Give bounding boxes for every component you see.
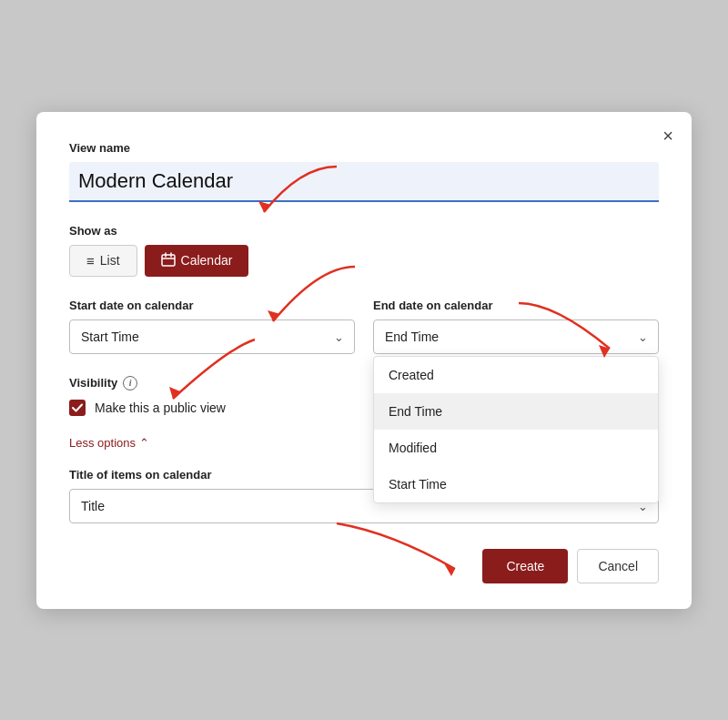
- calendar-button[interactable]: Calendar: [145, 245, 249, 277]
- view-name-input[interactable]: [69, 162, 659, 202]
- show-as-section: Show as ≡ List Calendar: [69, 224, 659, 277]
- show-as-buttons: ≡ List Calendar: [69, 245, 659, 277]
- end-date-wrapper: End Time ⌄: [373, 319, 659, 354]
- end-date-label: End date on calendar: [373, 299, 659, 312]
- start-date-col: Start date on calendar Start Time ⌄: [69, 299, 355, 354]
- dropdown-item-endtime[interactable]: End Time: [374, 393, 658, 430]
- show-as-label: Show as: [69, 224, 659, 238]
- svg-rect-0: [162, 255, 175, 266]
- less-options-label: Less options: [69, 436, 136, 450]
- list-icon: ≡: [86, 253, 95, 269]
- calendar-icon: [161, 252, 176, 269]
- end-date-dropdown: Created End Time Modified Start Time: [373, 356, 659, 503]
- footer-buttons: Create Cancel: [69, 549, 659, 583]
- end-date-select[interactable]: End Time: [373, 319, 659, 354]
- end-date-col: End date on calendar End Time ⌄ Created …: [373, 299, 659, 354]
- cancel-button[interactable]: Cancel: [577, 549, 659, 583]
- start-date-wrapper: Start Time ⌄: [69, 319, 355, 354]
- less-options-link[interactable]: Less options ⌃: [69, 436, 149, 450]
- calendar-button-label: Calendar: [181, 253, 233, 268]
- info-icon: i: [123, 376, 137, 390]
- create-view-dialog: × View name Show as ≡ List Calendar: [36, 112, 692, 609]
- list-button[interactable]: ≡ List: [69, 245, 137, 277]
- view-name-label: View name: [69, 141, 659, 155]
- public-view-label: Make this a public view: [95, 401, 226, 415]
- create-button[interactable]: Create: [482, 549, 568, 583]
- start-date-label: Start date on calendar: [69, 299, 355, 312]
- svg-marker-4: [258, 201, 271, 212]
- public-view-checkbox[interactable]: [69, 400, 86, 416]
- date-row: Start date on calendar Start Time ⌄ End …: [69, 299, 659, 354]
- list-button-label: List: [100, 253, 120, 268]
- start-date-select[interactable]: Start Time: [69, 319, 355, 354]
- dropdown-item-created[interactable]: Created: [374, 357, 658, 393]
- dropdown-item-starttime[interactable]: Start Time: [374, 466, 658, 502]
- end-date-value: End Time: [385, 330, 439, 344]
- chevron-up-icon: ⌃: [139, 436, 149, 450]
- close-button[interactable]: ×: [662, 127, 673, 145]
- dropdown-item-modified[interactable]: Modified: [374, 430, 658, 466]
